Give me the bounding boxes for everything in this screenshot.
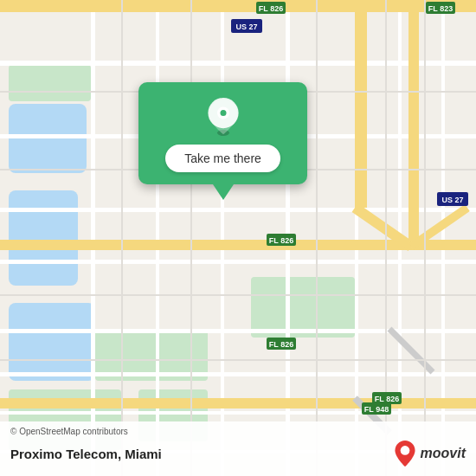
popup-card: Take me there bbox=[138, 82, 307, 184]
svg-text:FL 823: FL 823 bbox=[428, 4, 453, 13]
svg-rect-28 bbox=[0, 398, 476, 408]
svg-rect-35 bbox=[0, 294, 476, 296]
svg-rect-38 bbox=[190, 0, 192, 476]
svg-rect-36 bbox=[0, 359, 476, 361]
svg-rect-9 bbox=[0, 61, 476, 66]
svg-rect-41 bbox=[424, 0, 426, 476]
svg-text:FL 826: FL 826 bbox=[375, 395, 399, 403]
svg-text:FL 826: FL 826 bbox=[259, 4, 283, 13]
svg-rect-11 bbox=[0, 208, 476, 212]
svg-rect-14 bbox=[0, 372, 476, 376]
svg-point-61 bbox=[220, 110, 226, 116]
svg-rect-3 bbox=[9, 303, 95, 381]
bottom-bar: © OpenStreetMap contributors Proximo Tel… bbox=[0, 421, 476, 476]
take-me-there-button[interactable]: Take me there bbox=[165, 145, 280, 172]
svg-rect-15 bbox=[0, 411, 476, 415]
location-pin-icon bbox=[204, 98, 242, 136]
moovit-logo: moovit bbox=[393, 440, 466, 467]
svg-text:FL 826: FL 826 bbox=[269, 340, 293, 349]
svg-text:FL 826: FL 826 bbox=[269, 236, 293, 245]
map-container: US 27 FL 826 FL 823 FL 826 US 27 FL 826 … bbox=[0, 0, 476, 476]
moovit-pin-icon bbox=[393, 440, 417, 467]
svg-rect-37 bbox=[121, 0, 123, 476]
svg-text:FL 948: FL 948 bbox=[364, 405, 389, 414]
svg-rect-25 bbox=[355, 0, 367, 208]
svg-rect-12 bbox=[0, 260, 476, 264]
svg-rect-2 bbox=[9, 190, 78, 286]
svg-rect-39 bbox=[316, 0, 318, 476]
svg-rect-13 bbox=[0, 329, 476, 333]
map-attribution: © OpenStreetMap contributors bbox=[10, 427, 466, 436]
svg-text:US 27: US 27 bbox=[235, 23, 257, 31]
svg-rect-4 bbox=[9, 65, 91, 101]
place-info: Proximo Telecom, Miami moovit bbox=[10, 440, 466, 467]
svg-text:US 27: US 27 bbox=[441, 196, 463, 204]
moovit-brand-text: moovit bbox=[421, 446, 466, 461]
svg-rect-5 bbox=[251, 277, 355, 338]
place-name: Proximo Telecom, Miami bbox=[10, 447, 162, 461]
svg-rect-24 bbox=[0, 0, 476, 12]
svg-rect-27 bbox=[408, 0, 419, 247]
svg-point-62 bbox=[400, 446, 409, 455]
